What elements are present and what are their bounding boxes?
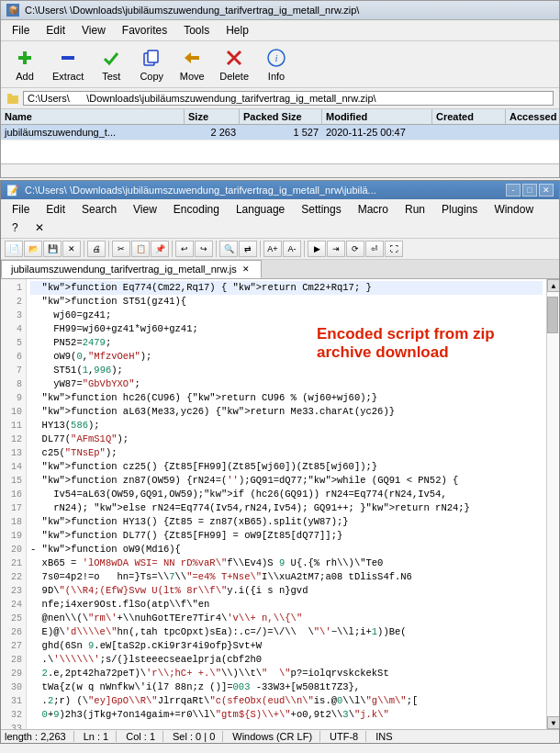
line-num-24: 24 [1, 598, 26, 612]
delete-button[interactable]: Delete [214, 45, 254, 84]
status-sel: Sel : 0 | 0 [173, 731, 223, 742]
line-num-26: 26 [1, 625, 26, 639]
ed-menu-encoding[interactable]: Encoding [166, 201, 227, 218]
code-line-25: 9D\"(\\R4;(EfW}Svw U(lt% 8r\\f\"y.i({i s… [30, 584, 543, 598]
fm-menu-file[interactable]: File [5, 22, 37, 39]
line-num-5: 5 [1, 336, 26, 350]
code-line-14: c25("TNsEp"); [30, 446, 543, 460]
indent-btn[interactable]: ⇥ [327, 241, 345, 257]
tab-close-btn[interactable]: ✕ [241, 264, 252, 275]
col-accessed[interactable]: Accessed [506, 109, 560, 124]
svg-rect-10 [7, 96, 18, 104]
col-size[interactable]: Size [185, 109, 240, 124]
code-content[interactable]: "kw">function Eq774(Cm22,Rq17) { "kw">re… [27, 279, 546, 729]
info-button[interactable]: i Info [258, 45, 295, 84]
scroll-down-btn[interactable]: ▼ [547, 716, 559, 729]
ed-menu-search[interactable]: Search [74, 201, 124, 218]
status-ln: Ln : 1 [84, 731, 118, 742]
delete-icon [223, 47, 245, 69]
new-file-btn[interactable]: 📄 [5, 241, 23, 257]
file-created [432, 125, 506, 140]
ed-menu-settings[interactable]: Settings [294, 201, 348, 218]
minimize-button[interactable]: - [506, 184, 521, 197]
save-file-btn[interactable]: 💾 [43, 241, 62, 257]
line-num-19: 19 [1, 529, 26, 543]
replace-btn[interactable]: ⇄ [239, 241, 257, 257]
code-line-7: ST51(1,996); [30, 364, 543, 377]
col-packed[interactable]: Packed Size [240, 109, 322, 124]
fm-menu-help[interactable]: Help [218, 22, 256, 39]
ed-menu-edit[interactable]: Edit [39, 201, 73, 218]
line-num-8: 8 [1, 377, 26, 391]
svg-rect-11 [7, 94, 12, 96]
zoom-in-btn[interactable]: A+ [263, 241, 282, 257]
delete-label: Delete [219, 71, 249, 82]
print-btn[interactable]: 🖨 [87, 241, 106, 257]
editor-tab[interactable]: jubilaumszuwendung_tarifvertrag_ig_metal… [1, 260, 262, 278]
test-icon [100, 47, 122, 69]
macro-btn[interactable]: ▶ [308, 241, 326, 257]
wrap-btn[interactable]: ⏎ [365, 241, 384, 257]
paste-btn[interactable]: 📌 [151, 241, 169, 257]
code-line-31: 2.e,2pt42ha72peT)\'r\\;hC+ +.\"\\)\\t\" … [30, 667, 543, 680]
ed-menu-run[interactable]: Run [398, 201, 432, 218]
fm-menu-view[interactable]: View [74, 22, 113, 39]
scroll-up-btn[interactable]: ▲ [547, 279, 559, 292]
ed-menu-macro[interactable]: Macro [351, 201, 396, 218]
find-btn[interactable]: 🔍 [219, 241, 238, 257]
fm-menu-edit[interactable]: Edit [39, 22, 73, 39]
copy-btn[interactable]: 📋 [131, 241, 150, 257]
svg-marker-5 [185, 52, 199, 63]
fm-menu-tools[interactable]: Tools [176, 22, 217, 39]
line-num-9: 9 [1, 391, 26, 405]
copy-button[interactable]: Copy [133, 45, 170, 84]
line-num-21: 21 [1, 556, 26, 570]
code-line-8: yW87="GbVbYXO"; [30, 377, 543, 391]
scroll-thumb[interactable] [547, 297, 558, 333]
open-file-btn[interactable]: 📂 [24, 241, 42, 257]
address-input[interactable] [23, 91, 554, 106]
ed-menu-plugins[interactable]: Plugins [434, 201, 485, 218]
ed-menu-window[interactable]: Window [487, 201, 541, 218]
svg-rect-1 [23, 51, 27, 64]
add-button[interactable]: Add [6, 45, 43, 84]
move-button[interactable]: Move [174, 45, 210, 84]
ed-menu-view[interactable]: View [126, 201, 164, 218]
redo-btn[interactable]: ↪ [195, 241, 213, 257]
status-charset: UTF-8 [330, 731, 366, 742]
test-button[interactable]: Test [93, 45, 129, 84]
code-line-17: Iv54=aL63(OW59,GQ91,OW59);"kw">if (hc26(… [30, 488, 543, 501]
line-num-12: 12 [1, 433, 26, 446]
line-num-33: 33 [1, 722, 26, 729]
scroll-track[interactable] [547, 292, 559, 716]
code-line-24: 7s0=4p2!=o hn=}Ts=\\7\\"=e4% T+Nse\"I\\x… [30, 570, 543, 584]
code-area[interactable]: 1234567891011121314151617181920212223242… [1, 279, 559, 729]
move-icon [181, 47, 203, 69]
fullscreen-btn[interactable]: ⛶ [385, 241, 403, 257]
svg-rect-2 [62, 56, 74, 60]
undo-btn[interactable]: ↩ [175, 241, 194, 257]
zoom-out-btn[interactable]: A- [283, 241, 301, 257]
col-modified[interactable]: Modified [322, 109, 432, 124]
add-label: Add [16, 71, 34, 82]
col-created[interactable]: Created [432, 109, 506, 124]
code-line-19: "kw">function HY13() {Zt85 = zn87(xB65).… [30, 515, 543, 529]
maximize-button[interactable]: □ [522, 184, 537, 197]
status-mode: INS [375, 731, 399, 742]
cut-btn[interactable]: ✂ [112, 241, 130, 257]
ed-menu-help[interactable]: ? [5, 219, 26, 236]
sync-btn[interactable]: ⟳ [346, 241, 364, 257]
extract-button[interactable]: Extract [47, 45, 89, 84]
ed-menu-file[interactable]: File [5, 201, 37, 218]
code-line-3: wj60=gz41; [30, 309, 543, 322]
fm-menu-favorites[interactable]: Favorites [115, 22, 174, 39]
close-button[interactable]: ✕ [539, 184, 554, 197]
close-file-btn[interactable]: ✕ [62, 241, 81, 257]
line-num-27: 27 [1, 639, 26, 653]
col-name[interactable]: Name [1, 109, 185, 124]
table-row[interactable]: jubiläumszuwendung_t... 2 263 1 527 2020… [1, 125, 559, 140]
ed-menu-language[interactable]: Language [229, 201, 292, 218]
code-line-27: @nen\\(\"rm\'+\\nuhGotTEre7Tir4\'v\\+ n,… [30, 612, 543, 625]
ed-menu-close-x[interactable]: ✕ [28, 219, 51, 236]
vertical-scrollbar[interactable]: ▲ ▼ [546, 279, 559, 729]
